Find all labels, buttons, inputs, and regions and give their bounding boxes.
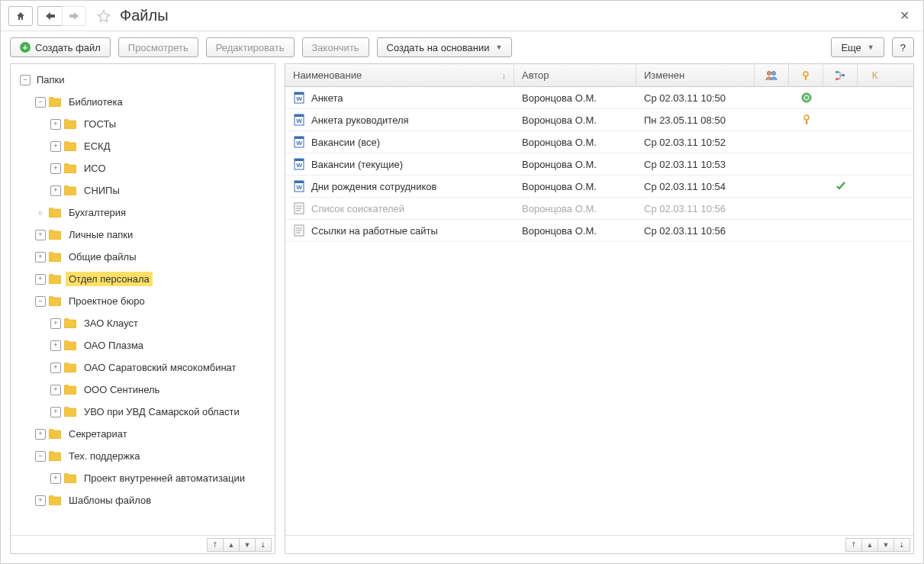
tree-label: Общие файлы [66, 250, 139, 264]
column-header-modified[interactable]: Изменен [636, 64, 755, 86]
left-pane-footer: ⤒ ▲ ▼ ⤓ [11, 535, 275, 553]
file-type-icon: W [293, 180, 305, 192]
tree-label: Личные папки [66, 227, 136, 242]
tree-root[interactable]: −Папки [14, 69, 272, 91]
tree-node[interactable]: +СНИПы [14, 179, 272, 201]
tree-node[interactable]: +ГОСТы [14, 113, 272, 135]
home-button[interactable] [8, 6, 33, 26]
tree-label: Проектное бюро [66, 294, 148, 308]
help-button[interactable]: ? [892, 37, 914, 57]
column-header-k[interactable]: К [858, 64, 892, 86]
tree-label: ООО Сентинель [81, 382, 163, 397]
view-button[interactable]: Просмотреть [118, 37, 198, 57]
expand-icon[interactable]: + [50, 340, 61, 351]
create-file-button[interactable]: + Создать файл [10, 37, 111, 57]
edit-button[interactable]: Редактировать [206, 37, 295, 57]
tree-node[interactable]: −Тех. поддержка [14, 445, 272, 467]
footer-btn[interactable]: ▼ [239, 538, 256, 552]
file-modified: Ср 02.03.11 10:52 [636, 137, 755, 148]
collapse-icon[interactable]: − [35, 97, 46, 108]
expand-icon[interactable]: + [50, 363, 61, 373]
svg-rect-25 [295, 181, 304, 183]
tree-node[interactable]: +ООО Сентинель [14, 379, 272, 401]
svg-rect-6 [842, 74, 845, 76]
footer-btn[interactable]: ⤓ [255, 538, 272, 552]
close-button[interactable]: ✕ [893, 5, 916, 26]
expand-icon[interactable]: + [50, 141, 61, 152]
expand-icon[interactable]: + [50, 407, 61, 417]
tree-node[interactable]: +ИСО [14, 157, 272, 179]
footer-btn[interactable]: ⤓ [893, 538, 910, 552]
collapse-icon[interactable]: − [35, 451, 46, 462]
tree-node[interactable]: −Проектное бюро [14, 290, 272, 312]
favorite-star-icon[interactable] [94, 6, 114, 26]
tree-node[interactable]: ○Бухгалтерия [14, 201, 272, 224]
footer-btn[interactable]: ⤒ [207, 538, 224, 552]
collapse-icon[interactable]: − [20, 75, 31, 85]
create-based-dropdown[interactable]: Создать на основании ▼ [377, 37, 513, 57]
file-row[interactable]: Список соискателейВоронцова О.М.Ср 02.03… [285, 198, 913, 220]
file-row[interactable]: WВакансии (текущие)Воронцова О.М.Ср 02.0… [285, 153, 913, 176]
collapse-icon[interactable]: − [35, 296, 46, 307]
tree-node[interactable]: +Шаблоны файлов [14, 489, 272, 511]
file-row[interactable]: Ссылки на работные сайтыВоронцова О.М.Ср… [285, 220, 913, 242]
file-type-icon: W [293, 158, 305, 170]
file-author: Воронцова О.М. [514, 159, 636, 170]
footer-btn[interactable]: ⤒ [845, 538, 862, 552]
expand-icon[interactable]: + [35, 230, 46, 240]
tree-node[interactable]: +УВО при УВД Самарской области [14, 401, 272, 423]
file-type-icon [293, 224, 305, 237]
file-row[interactable]: WАнкетаВоронцова О.М.Ср 02.03.11 10:50 [285, 87, 913, 109]
tree-label: Тех. поддержка [66, 449, 143, 463]
tree-node[interactable]: +ЕСКД [14, 135, 272, 157]
file-row[interactable]: WДни рождения сотрудниковВоронцова О.М.С… [285, 176, 913, 198]
finish-button[interactable]: Закончить [302, 37, 369, 57]
tree-node[interactable]: +Проект внутренней автоматизации [14, 467, 272, 489]
more-dropdown[interactable]: Еще ▼ [831, 37, 884, 57]
file-modified: Ср 02.03.11 10:54 [636, 181, 755, 192]
expand-icon[interactable]: + [50, 318, 61, 329]
column-header-name[interactable]: Наименование ↓ [285, 64, 514, 86]
tree-label: ИСО [81, 161, 109, 176]
tree-node[interactable]: +Отдел персонала [14, 268, 272, 290]
tree-node[interactable]: −Библиотека [14, 91, 272, 113]
footer-btn[interactable]: ▼ [877, 538, 894, 552]
column-header-key-icon[interactable] [789, 64, 823, 86]
tree-node[interactable]: +ОАО Саратовский мясокомбинат [14, 356, 272, 379]
file-row[interactable]: WАнкета руководителяВоронцова О.М.Пн 23.… [285, 109, 913, 131]
folder-tree[interactable]: −Папки−Библиотека+ГОСТы+ЕСКД+ИСО+СНИПы○Б… [11, 64, 275, 535]
expand-icon[interactable]: + [35, 429, 46, 440]
expand-icon[interactable]: + [50, 119, 61, 130]
chevron-down-icon: ▼ [495, 44, 502, 51]
file-modified: Ср 02.03.11 10:50 [636, 92, 755, 104]
footer-btn[interactable]: ▲ [223, 538, 240, 552]
tree-node[interactable]: +Секретариат [14, 423, 272, 445]
column-header-tree-icon[interactable] [823, 64, 858, 86]
column-header-author[interactable]: Автор [514, 64, 636, 86]
tree-node[interactable]: +ОАО Плазма [14, 334, 272, 356]
tree-node[interactable]: +Общие файлы [14, 246, 272, 268]
expand-icon[interactable]: + [50, 385, 61, 395]
expand-icon[interactable]: + [35, 252, 46, 263]
content: −Папки−Библиотека+ГОСТы+ЕСКД+ИСО+СНИПы○Б… [1, 63, 923, 563]
tree-node[interactable]: +ЗАО Клауст [14, 312, 272, 334]
folders-pane: −Папки−Библиотека+ГОСТы+ЕСКД+ИСО+СНИПы○Б… [10, 63, 275, 554]
column-header-users-icon[interactable] [755, 64, 789, 86]
back-button[interactable] [37, 6, 62, 26]
file-type-icon: W [293, 92, 305, 104]
file-name: Анкета [311, 92, 343, 104]
expand-icon[interactable]: + [35, 495, 46, 506]
expand-icon[interactable]: + [50, 473, 61, 484]
svg-rect-16 [806, 119, 807, 124]
expand-icon[interactable]: + [50, 163, 61, 174]
file-check-cell [823, 182, 858, 191]
footer-btn[interactable]: ▲ [861, 538, 878, 552]
file-row[interactable]: WВакансии (все)Воронцова О.М.Ср 02.03.11… [285, 131, 913, 153]
forward-button[interactable] [62, 6, 86, 26]
expand-icon[interactable]: + [50, 185, 61, 196]
expand-icon[interactable]: + [35, 274, 46, 285]
tree-label: УВО при УВД Самарской области [81, 404, 243, 419]
tree-node[interactable]: +Личные папки [14, 224, 272, 246]
toolbar: + Создать файл Просмотреть Редактировать… [1, 31, 923, 63]
grid-body[interactable]: WАнкетаВоронцова О.М.Ср 02.03.11 10:50WА… [285, 87, 913, 535]
